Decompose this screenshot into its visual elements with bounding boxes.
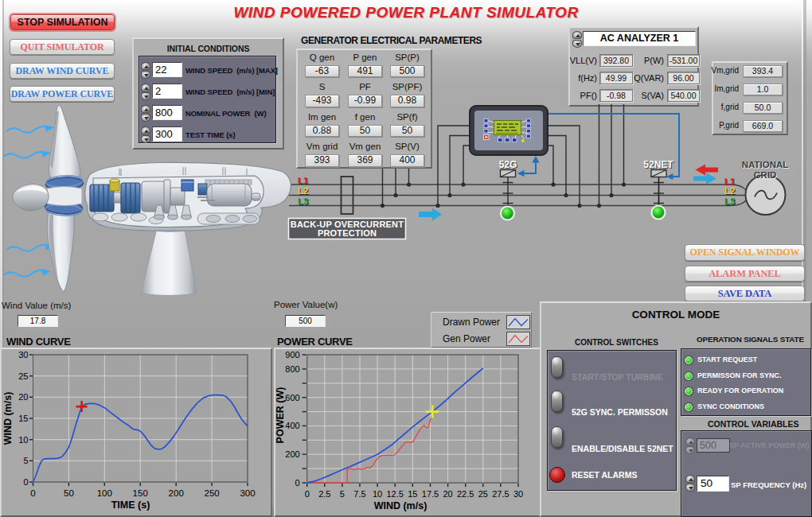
svg-text:L1: L1 xyxy=(724,177,736,186)
svg-text:L2: L2 xyxy=(724,186,735,196)
svg-text:PROTECTION: PROTECTION xyxy=(318,228,377,238)
svg-text:L3: L3 xyxy=(298,196,308,206)
svg-text:L3: L3 xyxy=(724,196,735,206)
svg-text:GRID: GRID xyxy=(754,170,777,180)
svg-text:52NET: 52NET xyxy=(643,159,673,170)
svg-text:NATIONAL: NATIONAL xyxy=(742,160,789,169)
svg-text:BACK-UP OVERCURRENT: BACK-UP OVERCURRENT xyxy=(291,220,404,229)
svg-text:L2: L2 xyxy=(298,186,308,196)
svg-text:52G: 52G xyxy=(499,159,517,170)
svg-text:L1: L1 xyxy=(298,176,309,185)
